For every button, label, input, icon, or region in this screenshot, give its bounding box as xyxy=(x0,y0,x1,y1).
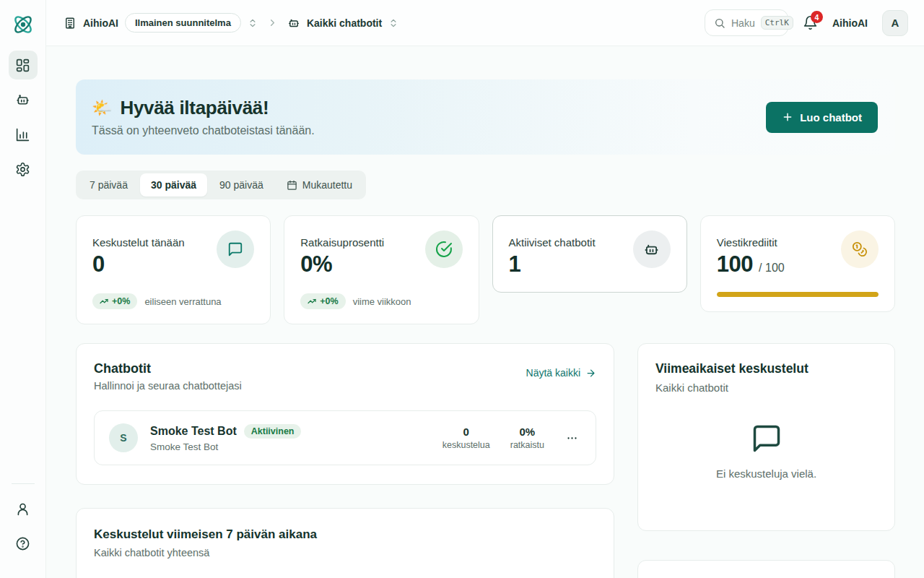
stat-label: Keskustelut tänään xyxy=(92,236,185,249)
search-placeholder: Haku xyxy=(731,17,755,29)
chatbots-title: Chatbotit xyxy=(94,361,242,376)
chevrons-up-down-icon[interactable] xyxy=(248,18,258,28)
greeting-subtitle: Tässä on yhteenveto chatboteistasi tänää… xyxy=(92,124,315,137)
stat-card-message-credits: Viestikrediitit 100 / 100 xyxy=(700,215,895,312)
sidebar-item-help[interactable] xyxy=(9,529,38,558)
sidebar-item-analytics[interactable] xyxy=(9,120,38,149)
chatbot-list-item[interactable]: S Smoke Test Bot Aktiivinen Smoke Test B… xyxy=(94,410,596,465)
user-icon xyxy=(15,501,30,517)
stat-label: Aktiiviset chatbotit xyxy=(509,236,596,249)
plan-badge[interactable]: Ilmainen suunnitelma xyxy=(125,13,241,33)
tab-30-days[interactable]: 30 päivää xyxy=(140,173,207,197)
user-name: AihioAI xyxy=(832,17,868,29)
dashboard-main: 🌤️ Hyvää iltapäivää! Tässä on yhteenveto… xyxy=(46,46,924,578)
breadcrumb-org[interactable]: AihioAI xyxy=(83,17,118,29)
message-square-icon xyxy=(217,230,254,268)
sidebar-item-account[interactable] xyxy=(9,494,38,523)
chevrons-up-down-icon[interactable] xyxy=(388,18,398,28)
search-shortcut-kbd: CtrlK xyxy=(761,16,793,30)
credits-progress-fill xyxy=(717,292,879,297)
top-header: AihioAI Ilmainen suunnitelma Kaikki chat… xyxy=(46,0,924,46)
sidebar-divider xyxy=(12,483,35,484)
stat-value: 1 xyxy=(509,251,596,277)
chatbots-card: Chatbotit Hallinnoi ja seuraa chatbottej… xyxy=(76,343,614,485)
stat-note: eiliseen verrattuna xyxy=(144,296,221,307)
check-circle-icon xyxy=(425,230,463,268)
stat-value: 0% xyxy=(300,251,384,277)
stat-value: 100 / 100 xyxy=(717,251,785,277)
status-badge: Aktiivinen xyxy=(244,424,302,439)
calendar-icon xyxy=(287,180,297,191)
notifications-button[interactable]: 4 xyxy=(803,15,818,30)
recent-title: Viimeaikaiset keskustelut xyxy=(655,361,877,376)
weekly-conversations-card: Keskustelut viimeisen 7 päivän aikana Ka… xyxy=(76,508,614,578)
weekly-chart-subtitle: Kaikki chatbotit yhteensä xyxy=(94,547,596,558)
chatbot-avatar: S xyxy=(109,423,138,452)
building-icon xyxy=(64,17,77,30)
recent-subtitle: Kaikki chatbotit xyxy=(655,381,877,394)
avatar[interactable]: A xyxy=(882,10,908,36)
arrow-right-icon xyxy=(585,368,596,379)
greeting-banner: 🌤️ Hyvää iltapäivää! Tässä on yhteenveto… xyxy=(76,79,895,155)
greeting-title: 🌤️ Hyvää iltapäivää! xyxy=(92,97,315,119)
robot-icon xyxy=(15,92,30,108)
stats-row: Keskustelut tänään 0 xyxy=(76,215,895,324)
stat-total: / 100 xyxy=(759,262,785,274)
help-circle-icon xyxy=(15,536,30,551)
robot-icon xyxy=(633,230,671,268)
robot-icon xyxy=(287,17,300,30)
chevron-right-icon xyxy=(267,17,278,28)
message-square-icon xyxy=(751,423,783,454)
empty-message: Ei keskusteluja vielä. xyxy=(716,467,816,480)
tab-90-days[interactable]: 90 päivää xyxy=(209,173,274,197)
sidebar-item-chatbots[interactable] xyxy=(9,85,38,114)
empty-state: Ei keskusteluja vielä. xyxy=(655,394,877,513)
stat-card-resolution-rate: Ratkaisuprosentti 0% xyxy=(284,215,479,324)
sidebar xyxy=(0,0,46,578)
dashboard-icon xyxy=(15,58,30,73)
date-range-tabs: 7 päivää 30 päivää 90 päivää Mukautettu xyxy=(76,171,366,199)
more-options-button[interactable] xyxy=(563,429,581,447)
stat-label: Ratkaisuprosentti xyxy=(300,236,384,249)
recent-conversations-card: Viimeaikaiset keskustelut Kaikki chatbot… xyxy=(637,343,895,531)
stat-card-active-chatbots: Aktiiviset chatbotit 1 xyxy=(492,215,687,293)
coins-icon xyxy=(841,230,879,268)
conversations-metric: 0 keskustelua xyxy=(443,426,490,450)
chatbots-subtitle: Hallinnoi ja seuraa chatbottejasi xyxy=(94,380,242,392)
tab-custom-range[interactable]: Mukautettu xyxy=(276,173,363,197)
trending-up-icon xyxy=(100,297,108,306)
quick-actions-card: Pikatoiminnot xyxy=(637,560,895,578)
app-logo-atom-icon xyxy=(7,9,39,40)
sidebar-item-dashboard[interactable] xyxy=(9,51,38,79)
stat-label: Viestikrediitit xyxy=(717,236,785,249)
trend-badge: +0% xyxy=(300,293,345,309)
notification-count-badge: 4 xyxy=(811,11,823,23)
tab-7-days[interactable]: 7 päivää xyxy=(79,173,139,197)
stat-value: 0 xyxy=(92,251,185,277)
stat-card-conversations-today: Keskustelut tänään 0 xyxy=(76,215,271,324)
plus-icon xyxy=(782,111,793,123)
create-chatbot-button[interactable]: Luo chatbot xyxy=(766,102,878,133)
settings-gear-icon xyxy=(15,162,30,177)
search-icon xyxy=(714,17,725,29)
search-input[interactable]: Haku CtrlK xyxy=(705,9,788,36)
credits-progress-track xyxy=(717,292,879,297)
ellipsis-icon xyxy=(566,432,578,444)
sun-cloud-emoji: 🌤️ xyxy=(92,98,112,118)
stat-note: viime viikkoon xyxy=(353,296,411,307)
sidebar-item-settings[interactable] xyxy=(9,155,38,184)
chatbot-name: Smoke Test Bot xyxy=(150,425,237,438)
weekly-chart-title: Keskustelut viimeisen 7 päivän aikana xyxy=(94,527,596,542)
trending-up-icon xyxy=(308,297,316,306)
breadcrumb: AihioAI Ilmainen suunnitelma Kaikki chat… xyxy=(64,13,398,33)
trend-badge: +0% xyxy=(92,293,137,309)
chatbot-description: Smoke Test Bot xyxy=(150,441,301,452)
resolved-metric: 0% ratkaistu xyxy=(510,426,544,450)
breadcrumb-section[interactable]: Kaikki chatbotit xyxy=(307,17,382,29)
view-all-link[interactable]: Näytä kaikki xyxy=(526,367,596,379)
bar-chart-icon xyxy=(15,127,30,142)
